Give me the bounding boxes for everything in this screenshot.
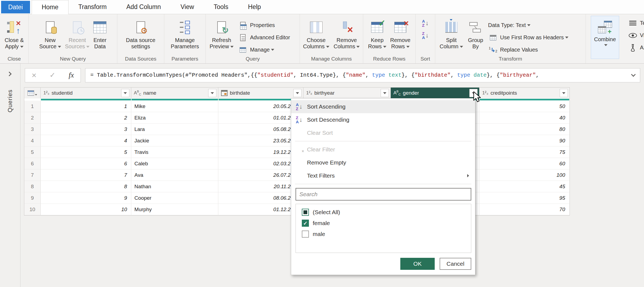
remove-columns-button[interactable]: × Remove Columns: [334, 16, 360, 50]
formula-expand-icon[interactable]: [631, 72, 636, 77]
row-number[interactable]: 9: [24, 192, 41, 204]
cell-studentid[interactable]: 7: [41, 169, 131, 181]
cell-creditpoints[interactable]: 70: [479, 204, 570, 215]
row-number[interactable]: 6: [24, 158, 41, 169]
checkbox-indeterminate-icon[interactable]: [302, 209, 309, 216]
filter-button-birthdate[interactable]: [293, 89, 302, 97]
cell-name[interactable]: Mike: [131, 101, 219, 112]
choose-columns-button[interactable]: Choose Columns: [303, 16, 329, 50]
text-analytics-button[interactable]: Text A: [628, 17, 644, 29]
cell-creditpoints[interactable]: 100: [479, 169, 570, 181]
cell-studentid[interactable]: 4: [41, 135, 131, 147]
sort-ascending-button[interactable]: AZ↓: [422, 17, 429, 29]
azure-button[interactable]: Azure: [628, 41, 644, 54]
cancel-button[interactable]: Cancel: [440, 258, 471, 270]
checkbox-unchecked-icon[interactable]: [302, 231, 309, 238]
filter-search-input[interactable]: [296, 188, 471, 201]
datatype-text-icon[interactable]: ABC: [393, 90, 401, 96]
group-by-button[interactable]: Group By: [468, 16, 483, 50]
select-all-corner-button[interactable]: [24, 88, 41, 98]
filter-option-select-all[interactable]: (Select All): [296, 207, 471, 218]
row-number[interactable]: 3: [24, 124, 41, 135]
remove-rows-button[interactable]: × Remove Rows: [390, 16, 410, 50]
tab-help[interactable]: Help: [238, 0, 271, 14]
cell-name[interactable]: Eliza: [131, 112, 219, 124]
row-number[interactable]: 2: [24, 112, 41, 124]
row-number[interactable]: 1: [24, 101, 41, 112]
sort-descending-button[interactable]: ZA↓: [422, 29, 429, 41]
datatype-number-icon[interactable]: 1²₃: [43, 90, 49, 96]
refresh-preview-button[interactable]: ↻ Refresh Preview: [210, 16, 234, 50]
menu-item-clear-filter[interactable]: × Clear Filter: [291, 143, 475, 156]
tab-tools[interactable]: Tools: [204, 0, 238, 14]
datatype-number-icon[interactable]: 1²₃: [482, 90, 488, 96]
column-header-creditpoints[interactable]: 1²₃ creditpoints: [479, 88, 570, 98]
filter-option-female[interactable]: ✓ female: [296, 218, 471, 229]
row-number[interactable]: 8: [24, 181, 41, 192]
menu-item-remove-empty[interactable]: Remove Empty: [291, 156, 475, 169]
filter-button-creditpoints[interactable]: [560, 89, 568, 97]
cell-name[interactable]: Nathan: [131, 181, 219, 192]
formula-commit-icon[interactable]: ✓: [50, 71, 56, 79]
cell-studentid[interactable]: 2: [41, 112, 131, 124]
data-type-button[interactable]: Data Type: Text: [488, 19, 568, 31]
data-source-settings-button[interactable]: ⚙ Data source settings: [126, 16, 156, 50]
cell-creditpoints[interactable]: 95: [479, 192, 570, 204]
filter-button-birthyear[interactable]: [381, 89, 389, 97]
column-header-birthyear[interactable]: 1²₃ birthyear: [303, 88, 391, 98]
cell-creditpoints[interactable]: 60: [479, 158, 570, 169]
vision-button[interactable]: Vision: [628, 29, 644, 41]
formula-cancel-icon[interactable]: ×: [32, 71, 37, 80]
cell-creditpoints[interactable]: 50: [479, 101, 570, 112]
column-header-birthdate[interactable]: birthdate: [218, 88, 303, 98]
cell-name[interactable]: Lara: [131, 124, 219, 135]
datatype-text-icon[interactable]: ABC: [134, 90, 141, 96]
row-number[interactable]: 4: [24, 135, 41, 147]
replace-values-button[interactable]: 1↳2 Replace Values: [488, 44, 568, 56]
datatype-date-icon[interactable]: [221, 90, 228, 96]
properties-button[interactable]: Properties: [238, 19, 290, 31]
menu-item-clear-sort[interactable]: Clear Sort: [291, 126, 475, 139]
filter-button-name[interactable]: [208, 89, 216, 97]
row-number[interactable]: 5: [24, 147, 41, 158]
datatype-number-icon[interactable]: 1²₃: [306, 90, 312, 96]
cell-studentid[interactable]: 3: [41, 124, 131, 135]
close-apply-button[interactable]: ×↑ Close & Apply: [5, 16, 24, 50]
manage-button[interactable]: Manage: [238, 44, 290, 56]
combine-button[interactable]: + Combine: [591, 16, 619, 59]
cell-name[interactable]: Ava: [131, 169, 219, 181]
tab-add-column[interactable]: Add Column: [117, 0, 171, 14]
formula-input[interactable]: = Table.TransformColumnTypes(#"Promoted …: [85, 68, 640, 82]
filter-button-studentid[interactable]: [121, 89, 129, 97]
enter-data-button[interactable]: Enter Data: [93, 16, 106, 50]
tab-file[interactable]: Datei: [1, 1, 30, 13]
cell-name[interactable]: Travis: [131, 147, 219, 158]
cell-studentid[interactable]: 5: [41, 147, 131, 158]
new-source-button[interactable]: New Source: [39, 16, 61, 50]
cell-name[interactable]: Jackie: [131, 135, 219, 147]
row-number[interactable]: 7: [24, 169, 41, 181]
keep-rows-button[interactable]: ✓ Keep Rows: [368, 16, 386, 50]
cell-creditpoints[interactable]: 45: [479, 181, 570, 192]
filter-option-male[interactable]: male: [296, 229, 471, 240]
column-header-name[interactable]: ABC name: [131, 88, 219, 98]
cell-studentid[interactable]: 10: [41, 204, 131, 215]
cell-creditpoints[interactable]: 75: [479, 147, 570, 158]
advanced-editor-button[interactable]: Advanced Editor: [238, 31, 290, 44]
cell-creditpoints[interactable]: 90: [479, 135, 570, 147]
row-number[interactable]: 10: [24, 204, 41, 215]
ok-button[interactable]: OK: [400, 258, 435, 270]
tab-home[interactable]: Home: [32, 0, 68, 14]
cell-name[interactable]: Murphy: [131, 204, 219, 215]
cell-name[interactable]: Cooper: [131, 192, 219, 204]
tab-view[interactable]: View: [171, 0, 204, 14]
cell-name[interactable]: Caleb: [131, 158, 219, 169]
split-column-button[interactable]: Split Column: [440, 16, 463, 50]
checkbox-checked-icon[interactable]: ✓: [302, 220, 309, 227]
menu-item-sort-descending[interactable]: ZA↓ Sort Descending: [291, 113, 475, 126]
menu-item-sort-ascending[interactable]: AZ↓ Sort Ascending: [291, 100, 475, 113]
cell-studentid[interactable]: 8: [41, 181, 131, 192]
column-header-gender[interactable]: ABC gender: [391, 88, 480, 98]
expand-sidebar-icon[interactable]: [7, 72, 12, 76]
menu-item-text-filters[interactable]: Text Filters: [291, 169, 475, 182]
